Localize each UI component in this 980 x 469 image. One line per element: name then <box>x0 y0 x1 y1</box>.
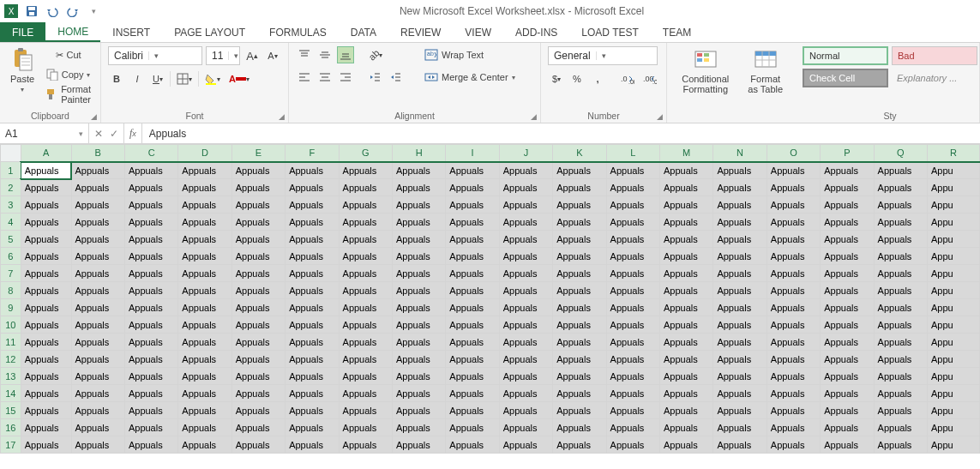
cell[interactable]: Appuals <box>499 368 552 385</box>
tab-file[interactable]: FILE <box>0 22 45 42</box>
cell[interactable]: Appuals <box>767 316 820 334</box>
cell[interactable]: Appuals <box>178 162 231 179</box>
cell[interactable]: Appuals <box>874 402 927 419</box>
cell[interactable]: Appuals <box>446 402 499 419</box>
cell[interactable]: Appuals <box>659 196 712 213</box>
alignment-launcher-icon[interactable]: ◢ <box>531 112 537 121</box>
column-header[interactable]: N <box>713 145 767 162</box>
cell[interactable]: Appuals <box>606 248 659 265</box>
cell[interactable]: Appuals <box>286 196 339 213</box>
cell[interactable]: Appuals <box>124 248 177 265</box>
cell[interactable]: Appuals <box>499 265 552 282</box>
cell[interactable]: Appuals <box>231 334 285 351</box>
style-normal[interactable]: Normal <box>803 46 888 65</box>
style-explanatory[interactable]: Explanatory ... <box>892 69 977 87</box>
cell[interactable]: Appuals <box>606 213 659 231</box>
cell[interactable]: Appuals <box>339 248 392 265</box>
row-header[interactable]: 5 <box>1 231 21 248</box>
column-header[interactable]: D <box>178 145 231 162</box>
cell[interactable]: Appuals <box>124 316 177 334</box>
cell[interactable]: Appuals <box>553 213 606 231</box>
cell[interactable]: Appuals <box>499 196 552 213</box>
decrease-font-button[interactable]: A▾ <box>264 47 281 64</box>
cell[interactable]: Appuals <box>71 419 124 436</box>
cell[interactable]: Appuals <box>821 282 874 299</box>
cell[interactable]: Appuals <box>231 436 285 454</box>
cell[interactable]: Appuals <box>713 213 767 231</box>
cell[interactable]: Appu <box>928 299 980 316</box>
cell[interactable]: Appuals <box>21 282 71 299</box>
cell[interactable]: Appuals <box>659 351 712 368</box>
decrease-indent-button[interactable] <box>366 69 383 86</box>
font-name-combo[interactable]: Calibri▾ <box>108 46 202 65</box>
cell[interactable]: Appuals <box>659 265 712 282</box>
cell[interactable]: Appuals <box>606 179 659 196</box>
cell[interactable]: Appuals <box>821 265 874 282</box>
cell[interactable]: Appuals <box>499 316 552 334</box>
cell[interactable]: Appuals <box>767 282 820 299</box>
cell[interactable]: Appuals <box>767 402 820 419</box>
cell[interactable]: Appuals <box>767 213 820 231</box>
cell[interactable]: Appuals <box>392 231 445 248</box>
cell[interactable]: Appu <box>928 436 980 454</box>
cell[interactable]: Appuals <box>606 231 659 248</box>
cell[interactable]: Appu <box>928 213 980 231</box>
cell[interactable]: Appuals <box>124 402 177 419</box>
wrap-text-button[interactable]: ab Wrap Text <box>422 46 516 63</box>
cell[interactable]: Appuals <box>713 162 767 179</box>
cell[interactable]: Appu <box>928 385 980 402</box>
cell[interactable]: Appuals <box>339 402 392 419</box>
align-middle-button[interactable] <box>316 46 334 63</box>
column-header[interactable]: C <box>124 145 177 162</box>
cell[interactable]: Appuals <box>553 419 606 436</box>
cell[interactable]: Appuals <box>392 436 445 454</box>
cell[interactable]: Appuals <box>553 368 606 385</box>
cell[interactable]: Appuals <box>71 385 124 402</box>
cell[interactable]: Appuals <box>659 179 712 196</box>
cell[interactable]: Appuals <box>231 402 285 419</box>
column-header[interactable]: E <box>231 145 285 162</box>
cell[interactable]: Appuals <box>553 248 606 265</box>
row-header[interactable]: 11 <box>1 334 21 351</box>
cell[interactable]: Appuals <box>231 231 285 248</box>
cell[interactable]: Appuals <box>553 436 606 454</box>
align-bottom-button[interactable] <box>337 46 354 63</box>
select-all-corner[interactable] <box>1 145 21 162</box>
cell[interactable]: Appu <box>928 196 980 213</box>
spreadsheet-grid[interactable]: ABCDEFGHIJKLMNOPQR1AppualsAppualsAppuals… <box>0 144 980 469</box>
tab-insert[interactable]: INSERT <box>100 22 162 42</box>
cell[interactable]: Appuals <box>339 351 392 368</box>
cell[interactable]: Appuals <box>606 385 659 402</box>
style-check-cell[interactable]: Check Cell <box>803 69 888 87</box>
cell[interactable]: Appuals <box>339 196 392 213</box>
cell[interactable]: Appuals <box>446 196 499 213</box>
cell[interactable]: Appuals <box>499 248 552 265</box>
row-header[interactable]: 17 <box>1 436 21 454</box>
cell[interactable]: Appuals <box>713 299 767 316</box>
cell[interactable]: Appuals <box>713 265 767 282</box>
cell[interactable]: Appuals <box>606 368 659 385</box>
column-header[interactable]: I <box>446 145 499 162</box>
cell[interactable]: Appuals <box>659 334 712 351</box>
cell[interactable]: Appuals <box>446 436 499 454</box>
cell[interactable]: Appuals <box>21 248 71 265</box>
cell[interactable]: Appuals <box>21 179 71 196</box>
row-header[interactable]: 4 <box>1 213 21 231</box>
cell[interactable]: Appuals <box>659 213 712 231</box>
row-header[interactable]: 7 <box>1 265 21 282</box>
cell[interactable]: Appuals <box>392 162 445 179</box>
cell[interactable]: Appuals <box>553 385 606 402</box>
cell[interactable]: Appuals <box>821 196 874 213</box>
column-header[interactable]: F <box>286 145 339 162</box>
cell[interactable]: Appuals <box>21 334 71 351</box>
cell[interactable]: Appuals <box>659 299 712 316</box>
cell[interactable]: Appuals <box>821 436 874 454</box>
paste-button[interactable]: Paste ▾ <box>7 46 38 95</box>
cell[interactable]: Appuals <box>874 162 927 179</box>
italic-button[interactable]: I <box>129 70 146 87</box>
cell[interactable]: Appuals <box>499 231 552 248</box>
cell[interactable]: Appuals <box>124 299 177 316</box>
cell[interactable]: Appuals <box>659 316 712 334</box>
cell[interactable]: Appuals <box>178 213 231 231</box>
increase-indent-button[interactable] <box>387 69 404 86</box>
